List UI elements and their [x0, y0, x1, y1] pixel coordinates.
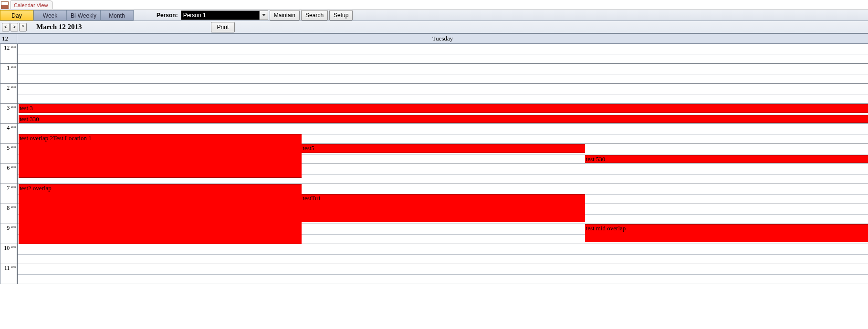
hour-label: 1 am [0, 64, 18, 83]
calendar-event[interactable]: test2 overlap [19, 184, 302, 244]
up-button[interactable]: ^ [19, 23, 27, 31]
calendar-event[interactable]: test 330 [19, 115, 868, 123]
person-select-dropdown-icon[interactable] [260, 10, 268, 20]
hour-label: 10 am [0, 244, 18, 264]
search-button[interactable]: Search [301, 10, 328, 21]
view-biweekly-button[interactable]: Bi-Weekly [67, 10, 100, 21]
toolbar: Day Week Bi-Weekly Month Person: Person … [0, 10, 868, 21]
calendar-event[interactable]: test mid overlap [585, 224, 868, 242]
calendar-event[interactable]: test overlap 2Test Location 1 [19, 134, 302, 178]
calendar-event[interactable]: test 530 [585, 155, 868, 163]
person-select-value[interactable]: Person 1 [181, 10, 260, 20]
prev-button[interactable]: < [2, 23, 10, 31]
calendar-event[interactable]: test5 [302, 144, 585, 153]
hour-label: 3 am [0, 104, 18, 123]
hour-label: 5 am [0, 144, 18, 164]
window-tab-calendar[interactable]: Calendar View [10, 0, 53, 9]
setup-button[interactable]: Setup [329, 10, 353, 21]
time-grid: 12 am1 am2 am3 am4 am5 am6 am7 am8 am9 a… [0, 44, 868, 284]
view-month-button[interactable]: Month [100, 10, 134, 21]
day-header-number: 12 [0, 34, 17, 43]
person-label: Person: [153, 12, 181, 19]
hour-label: 8 am [0, 204, 18, 224]
hour-label: 12 am [0, 44, 18, 63]
hour-label: 9 am [0, 224, 18, 244]
print-button[interactable]: Print [211, 22, 235, 32]
view-week-button[interactable]: Week [33, 10, 67, 21]
next-button[interactable]: > [10, 23, 18, 31]
hour-label: 6 am [0, 164, 18, 184]
hour-label: 2 am [0, 84, 18, 103]
hour-label: 4 am [0, 124, 18, 144]
day-header: 12 Tuesday [0, 33, 868, 44]
maintain-button[interactable]: Maintain [270, 10, 300, 21]
calendar-event[interactable]: testTu1 [302, 194, 585, 222]
hour-label: 7 am [0, 184, 18, 204]
view-day-button[interactable]: Day [0, 10, 33, 21]
window-tabbar: Calendar View [0, 0, 868, 10]
events-layer: test 3test 330test overlap 2Test Locatio… [19, 44, 868, 284]
date-navbar: < > ^ March 12 2013 Print [0, 21, 868, 33]
day-header-name: Tuesday [17, 34, 868, 43]
date-title: March 12 2013 [36, 23, 82, 31]
person-select[interactable]: Person 1 [181, 10, 268, 20]
hour-label: 11 am [0, 264, 18, 284]
calendar-event[interactable]: test 3 [19, 104, 868, 113]
access-app-icon [1, 1, 9, 9]
